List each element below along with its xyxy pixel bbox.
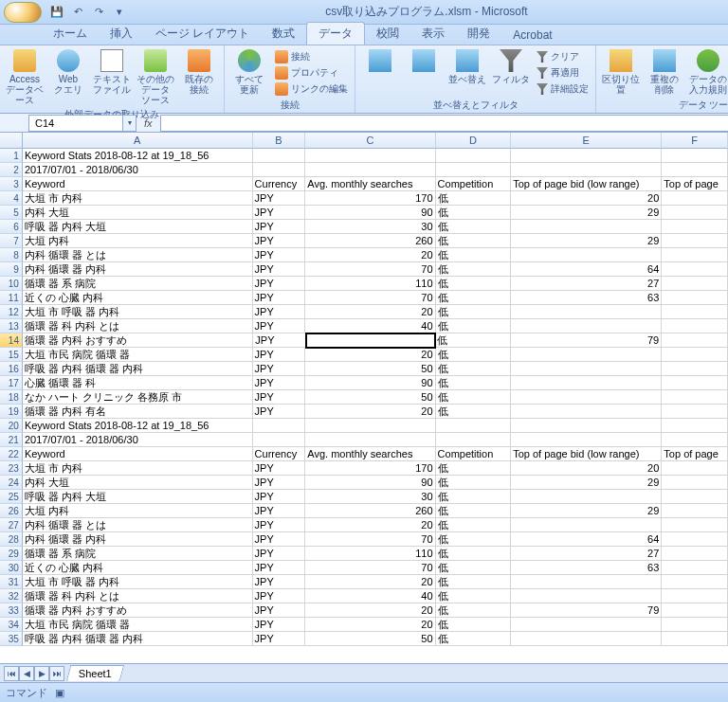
conn-item-1[interactable]: プロパティ	[272, 65, 351, 81]
cell-D22[interactable]: Competition	[436, 447, 512, 461]
qat-dropdown-icon[interactable]: ▾	[110, 3, 129, 22]
cell-D31[interactable]: 低	[436, 575, 512, 589]
cell-D23[interactable]: 低	[436, 461, 512, 476]
cell-F1[interactable]	[662, 149, 728, 163]
row-header[interactable]: 22	[0, 447, 23, 461]
row-header[interactable]: 18	[0, 390, 23, 405]
cell-E9[interactable]: 64	[511, 262, 662, 277]
row-header[interactable]: 10	[0, 277, 23, 291]
cell-C18[interactable]: 50	[305, 390, 435, 405]
cell-C24[interactable]: 90	[305, 476, 435, 490]
row-header[interactable]: 34	[0, 618, 23, 632]
cell-B16[interactable]: JPY	[253, 362, 306, 376]
row-header[interactable]: 13	[0, 319, 23, 333]
formula-input[interactable]	[160, 115, 728, 132]
row-header[interactable]: 2	[0, 163, 23, 177]
cell-F11[interactable]	[662, 291, 728, 305]
cell-A29[interactable]: 循環 器 系 病院	[23, 547, 253, 561]
cell-C3[interactable]: Avg. monthly searches	[305, 177, 435, 191]
cell-E14[interactable]: 79	[511, 333, 663, 348]
cell-B5[interactable]: JPY	[253, 206, 306, 220]
cell-D18[interactable]: 低	[436, 390, 512, 405]
cell-A31[interactable]: 大垣 市 呼吸 器 内科	[23, 575, 253, 589]
cell-A19[interactable]: 循環 器 内科 有名	[23, 405, 253, 419]
cell-B1[interactable]	[253, 149, 306, 163]
cell-E28[interactable]: 64	[511, 532, 662, 547]
cell-A13[interactable]: 循環 器 科 内科 とは	[23, 319, 253, 333]
cell-E8[interactable]	[511, 248, 662, 262]
cell-F34[interactable]	[662, 618, 728, 632]
row-header[interactable]: 21	[0, 433, 23, 447]
cell-A3[interactable]: Keyword	[23, 177, 253, 191]
cell-D32[interactable]: 低	[436, 589, 512, 603]
cell-E34[interactable]	[511, 618, 662, 632]
cell-D25[interactable]: 低	[436, 490, 512, 504]
cell-C15[interactable]: 20	[305, 348, 435, 362]
datatool-btn-0[interactable]: 区切り位置	[600, 47, 642, 97]
cell-E1[interactable]	[511, 149, 662, 163]
row-header[interactable]: 24	[0, 476, 23, 490]
row-header[interactable]: 1	[0, 149, 23, 163]
cell-C6[interactable]: 30	[305, 220, 435, 234]
cell-C26[interactable]: 260	[305, 504, 435, 518]
qat-redo-icon[interactable]: ↷	[89, 3, 108, 22]
cell-B3[interactable]: Currency	[253, 177, 306, 191]
cell-E2[interactable]	[511, 163, 662, 177]
cell-F9[interactable]	[662, 262, 728, 277]
qat-save-icon[interactable]: 💾	[47, 3, 66, 22]
cell-C14[interactable]	[305, 333, 436, 349]
cell-E4[interactable]: 20	[511, 191, 662, 206]
cell-E11[interactable]: 63	[511, 291, 662, 305]
cell-F14[interactable]	[662, 333, 728, 348]
cell-D33[interactable]: 低	[436, 603, 512, 618]
sort-az-button[interactable]	[359, 47, 401, 74]
status-macro-icon[interactable]: ▣	[55, 687, 64, 699]
cell-E15[interactable]	[511, 348, 662, 362]
ext-data-btn-2[interactable]: テキストファイル	[91, 47, 133, 97]
cell-C34[interactable]: 20	[305, 618, 435, 632]
cell-E33[interactable]: 79	[511, 603, 662, 618]
cell-C35[interactable]: 50	[305, 632, 435, 646]
cell-C10[interactable]: 110	[305, 277, 435, 291]
cell-B25[interactable]: JPY	[253, 490, 306, 504]
cell-B15[interactable]: JPY	[253, 348, 306, 362]
cell-F12[interactable]	[662, 305, 728, 319]
cell-F27[interactable]	[662, 518, 728, 532]
col-header-A[interactable]: A	[23, 133, 253, 149]
cell-A7[interactable]: 大垣 内科	[23, 234, 253, 248]
cell-A33[interactable]: 循環 器 内科 おすすめ	[23, 603, 253, 618]
row-header[interactable]: 9	[0, 262, 23, 277]
cell-A24[interactable]: 内科 大垣	[23, 476, 253, 490]
cell-D21[interactable]	[436, 433, 512, 447]
cell-D7[interactable]: 低	[436, 234, 512, 248]
sort-button[interactable]: 並べ替え	[446, 47, 488, 86]
cell-D14[interactable]: 低	[435, 333, 511, 348]
row-header[interactable]: 7	[0, 234, 23, 248]
cell-B26[interactable]: JPY	[253, 504, 306, 518]
row-header[interactable]: 30	[0, 561, 23, 575]
datatool-btn-1[interactable]: 重複の削除	[644, 47, 685, 97]
cell-A26[interactable]: 大垣 内科	[23, 504, 253, 518]
cell-D15[interactable]: 低	[436, 348, 512, 362]
cell-C20[interactable]	[305, 419, 435, 433]
row-header[interactable]: 17	[0, 376, 23, 390]
cell-D8[interactable]: 低	[436, 248, 512, 262]
cell-C5[interactable]: 90	[305, 206, 435, 220]
cell-D24[interactable]: 低	[436, 476, 512, 490]
cell-D16[interactable]: 低	[436, 362, 512, 376]
ribbon-tab-7[interactable]: 開発	[456, 23, 501, 45]
cell-C33[interactable]: 20	[305, 603, 435, 618]
conn-item-2[interactable]: リンクの編集	[272, 81, 351, 97]
cell-E5[interactable]: 29	[511, 206, 662, 220]
office-button[interactable]	[4, 2, 42, 23]
cell-D17[interactable]: 低	[436, 376, 512, 390]
cell-A12[interactable]: 大垣 市 呼吸 器 内科	[23, 305, 253, 319]
cell-F35[interactable]	[662, 632, 728, 646]
cell-B31[interactable]: JPY	[253, 575, 306, 589]
cell-D34[interactable]: 低	[436, 618, 512, 632]
cell-A10[interactable]: 循環 器 系 病院	[23, 277, 253, 291]
cell-A32[interactable]: 循環 器 科 内科 とは	[23, 589, 253, 603]
cell-C23[interactable]: 170	[305, 461, 435, 476]
cell-A1[interactable]: Keyword Stats 2018-08-12 at 19_18_56	[23, 149, 253, 163]
cell-A22[interactable]: Keyword	[23, 447, 253, 461]
